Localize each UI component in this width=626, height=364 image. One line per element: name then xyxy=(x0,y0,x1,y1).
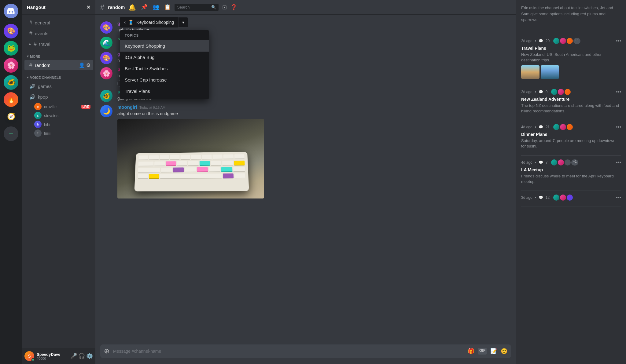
topic-item-keyboard-shopping[interactable]: Keyboard Shopping xyxy=(120,40,209,52)
topics-bar-prev[interactable]: ‹ 🧵 Keyboard Shopping xyxy=(120,17,178,27)
headphones-icon[interactable]: 🎧 xyxy=(78,353,85,359)
thread-extra-count: +1 xyxy=(573,38,580,44)
topic-item-server-cap-increase[interactable]: Server Cap Increase xyxy=(120,74,209,86)
live-badge: LIVE xyxy=(81,105,90,109)
server-header[interactable]: Hangout ✕ xyxy=(22,0,95,15)
comment-icon: 💬 xyxy=(539,160,543,165)
topic-item-travel-plans[interactable]: Travel Plans xyxy=(120,86,209,97)
members-icon[interactable]: 👥 xyxy=(153,4,159,11)
thread-title[interactable]: LA Meetup xyxy=(521,167,621,172)
category-chevron: ▾ xyxy=(27,54,29,58)
server-icon-4[interactable]: 🐠 xyxy=(4,75,18,90)
channel-name-general: general xyxy=(35,20,90,25)
user-avatar: S xyxy=(24,351,34,361)
voice-user-name: hihi xyxy=(44,122,50,127)
server-icon-2[interactable]: 🐸 xyxy=(4,41,18,56)
message-text: alright come on this is endgame xyxy=(117,111,511,117)
thread-age: 2d ago xyxy=(521,39,532,43)
message-timestamp: Today at 9:18 AM xyxy=(139,106,165,109)
user-info: SpeedyDave #0000 xyxy=(37,352,68,360)
chat-input[interactable] xyxy=(113,349,464,354)
chevron-left-icon: ‹ xyxy=(124,20,126,25)
message-username[interactable]: moongirl xyxy=(117,104,137,110)
server-icon-1[interactable]: 🎨 xyxy=(4,24,18,38)
hash-icon: # xyxy=(29,30,32,37)
channel-item-kpop[interactable]: 🔊 kpop xyxy=(24,92,93,102)
add-attachment-icon[interactable]: ⊕ xyxy=(104,347,109,355)
discord-home-button[interactable] xyxy=(4,4,18,18)
settings-icon[interactable]: ⚙️ xyxy=(86,353,93,359)
thread-title[interactable]: Dinner Plans xyxy=(521,132,621,137)
hash-icon: # xyxy=(34,41,37,47)
category-voice[interactable]: ▾ VOICE CHANNELS xyxy=(22,71,95,81)
server-sidebar: 🎨 🐸 🌸 🐠 🔥 🧭 + xyxy=(0,0,22,364)
topic-item-ios-alpha-bug[interactable]: iOS Alpha Bug xyxy=(120,52,209,63)
voice-user-stevsies[interactable]: s stevsies xyxy=(24,111,93,120)
topic-item-best-tactile-switches[interactable]: Best Tactile Switches xyxy=(120,63,209,74)
voice-user-hihi[interactable]: h hihi xyxy=(24,120,93,129)
thread-thumb-2 xyxy=(541,65,559,79)
thread-meta: 3d ago 💬 12 ••• xyxy=(521,195,621,201)
thread-avatar xyxy=(558,89,564,95)
thread-title[interactable]: Travel Plans xyxy=(521,46,621,51)
sticker-icon[interactable]: 📝 xyxy=(490,348,497,355)
thread-item-5: 3d ago 💬 12 ••• xyxy=(521,191,621,206)
server-icon-3[interactable]: 🌸 xyxy=(4,58,18,73)
thread-avatar xyxy=(560,195,566,201)
thread-more-button[interactable]: ••• xyxy=(616,89,621,95)
right-sidebar: Eric asks the channel about tactile swit… xyxy=(516,0,626,364)
thread-avatar xyxy=(558,159,564,166)
hash-icon: # xyxy=(29,62,32,68)
server-name: Hangout xyxy=(27,5,46,10)
add-server-button[interactable]: + xyxy=(4,126,18,141)
search-box[interactable]: 🔍 xyxy=(175,4,219,11)
server-divider xyxy=(6,21,16,21)
thread-avatar xyxy=(565,159,571,166)
voice-user-oroville[interactable]: o oroville LIVE xyxy=(24,102,93,111)
server-icon-6[interactable]: 🧭 xyxy=(4,109,18,124)
voice-user-fiiiiiii[interactable]: f fiiiiiii xyxy=(24,129,93,137)
category-more[interactable]: ▾ MORE xyxy=(22,49,95,60)
voice-user-name: oroville xyxy=(44,104,57,109)
gift-icon[interactable]: 🎁 xyxy=(468,348,474,355)
thread-meta: 2d ago 💬 9 ••• xyxy=(521,89,621,95)
thread-thumb-1 xyxy=(521,65,539,79)
gif-icon[interactable]: GIF xyxy=(478,348,487,355)
chat-input-area: ⊕ 🎁 GIF 📝 😊 xyxy=(95,344,516,364)
search-input[interactable] xyxy=(177,5,210,9)
channel-item-games[interactable]: 🔊 games xyxy=(24,81,93,91)
thread-title[interactable]: New Zealand Adventure xyxy=(521,97,621,102)
server-icon-5[interactable]: 🔥 xyxy=(4,92,18,107)
thread-item-new-zealand-adventure: 2d ago 💬 9 ••• New Zealand Adventure The… xyxy=(521,85,621,120)
pin-icon[interactable]: 📌 xyxy=(141,4,148,11)
thread-more-button[interactable]: ••• xyxy=(616,160,621,165)
thread-avatars: +1 xyxy=(553,38,580,44)
channel-item-general[interactable]: # general xyxy=(24,17,93,28)
mic-icon[interactable]: 🎤 xyxy=(70,353,77,359)
bell-icon[interactable]: 🔔 xyxy=(128,4,136,11)
search-icon: 🔍 xyxy=(211,5,216,9)
header-icons: 🔔 📌 👥 📋 xyxy=(128,4,171,11)
thread-more-button[interactable]: ••• xyxy=(616,38,621,44)
thread-age: 3d ago xyxy=(521,195,532,200)
thread-more-button[interactable]: ••• xyxy=(616,195,621,200)
channel-item-random[interactable]: # random 👤 ⚙ xyxy=(24,60,93,70)
thread-item-dinner-plans: 4d ago 💬 21 ••• Dinner Plans Saturday, a… xyxy=(521,120,621,155)
thread-avatar xyxy=(553,124,559,130)
emoji-icon[interactable]: 😊 xyxy=(501,348,507,355)
add-member-icon[interactable]: 👤 xyxy=(79,62,85,68)
topics-bar-dropdown[interactable]: ▾ xyxy=(178,17,188,27)
help-icon[interactable]: ❓ xyxy=(230,4,237,11)
settings-icon[interactable]: ⚙ xyxy=(86,62,90,68)
thread-more-button[interactable]: ••• xyxy=(616,124,621,130)
threads-icon[interactable]: 📋 xyxy=(164,4,171,11)
channel-item-events[interactable]: # events xyxy=(24,28,93,38)
inbox-icon[interactable]: ⊡ xyxy=(222,4,227,11)
user-controls: 🎤 🎧 ⚙️ xyxy=(70,353,93,359)
thread-age: 4d ago xyxy=(521,160,532,165)
comment-count: 7 xyxy=(546,160,548,165)
server-dropdown-icon[interactable]: ✕ xyxy=(87,5,90,10)
channel-item-travel[interactable]: ▸ # travel xyxy=(24,39,93,49)
thread-description: The top NZ destinations are shared along… xyxy=(521,103,621,114)
sidebar-intro-text: Eric asks the channel about tactile swit… xyxy=(521,5,621,28)
